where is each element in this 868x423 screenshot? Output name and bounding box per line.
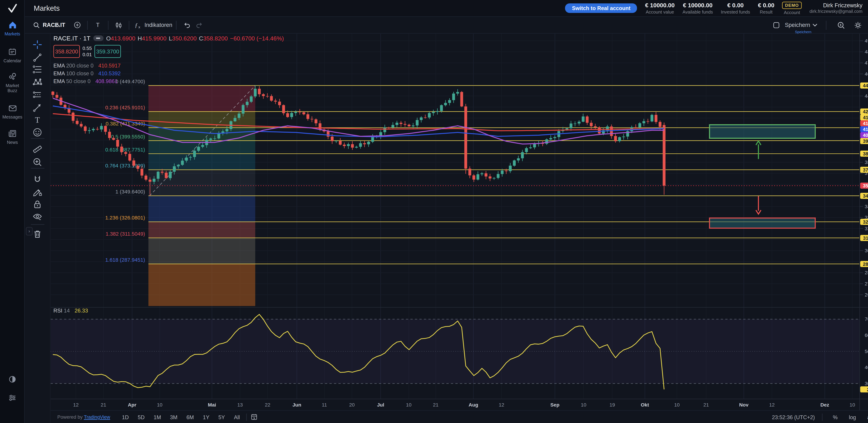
sidebar-item-calendar[interactable]: Calendar <box>0 47 25 64</box>
sidebar-item-market-buzz[interactable]: Market Buzz <box>0 72 25 93</box>
svg-text:287.9451: 287.9451 <box>863 261 868 267</box>
tool-lock-all[interactable] <box>32 199 43 210</box>
tool-magnet[interactable] <box>32 174 43 186</box>
range-all[interactable]: All <box>231 413 243 421</box>
theme-toggle-icon[interactable] <box>0 375 25 384</box>
rsi-value: 26.33 <box>75 307 88 314</box>
search-icon <box>33 21 40 29</box>
save-layout-button[interactable]: Speichern Speichern <box>785 22 817 28</box>
settings-button[interactable] <box>852 18 864 32</box>
ema-200-legend[interactable]: EMA 200 close 0 410.5917 <box>54 62 121 68</box>
tool-emoji[interactable] <box>32 127 43 138</box>
svg-text:408.9861: 408.9861 <box>863 133 868 138</box>
demo-account-badge-block: DEMO Account <box>782 1 802 15</box>
account-stat: € 10000.00 Account value <box>645 2 675 14</box>
svg-text:26.33: 26.33 <box>867 387 868 392</box>
chart-legend: RACE.IT · 1T O413.6900H415.9900L350.6200… <box>54 35 286 42</box>
ema-100-legend[interactable]: EMA 100 close 0 410.5392 <box>54 70 121 76</box>
chart-type-button[interactable] <box>113 18 125 32</box>
undo-button[interactable] <box>181 18 193 32</box>
scale-percent-button[interactable]: % <box>830 413 840 421</box>
interval-button[interactable]: T <box>92 18 104 32</box>
range-6m[interactable]: 6M <box>184 413 197 421</box>
scale-log-button[interactable]: log <box>846 413 859 421</box>
indicators-button[interactable]: ƒx Indikatoren <box>133 18 173 32</box>
price-chart-canvas[interactable]: 0 (449.4700)0.236 (425.9101)0.382 (411.3… <box>51 34 868 410</box>
tool-fib-retracement[interactable] <box>32 64 43 75</box>
ema-50-legend[interactable]: EMA 50 close 0 408.9861 <box>54 78 118 85</box>
buy-button[interactable]: 359.3700 <box>94 45 121 58</box>
svg-text:12: 12 <box>73 402 79 408</box>
svg-text:60.00: 60.00 <box>865 332 868 338</box>
svg-text:10: 10 <box>406 402 412 408</box>
range-5d[interactable]: 5D <box>135 413 147 421</box>
redo-button[interactable] <box>193 18 205 32</box>
tool-drawing-mode[interactable] <box>32 187 43 198</box>
tool-text[interactable]: T <box>32 115 43 126</box>
svg-text:399.5550: 399.5550 <box>863 138 868 144</box>
svg-text:358.8200: 358.8200 <box>863 183 868 188</box>
symbol-search-button[interactable]: RACE.IT <box>33 18 65 32</box>
svg-text:20: 20 <box>349 402 355 408</box>
gear-icon <box>854 21 863 30</box>
legend-more-pill[interactable] <box>93 35 103 41</box>
tool-remove-drawings[interactable] <box>32 229 43 240</box>
scale-auto-button[interactable]: auto <box>864 413 868 421</box>
function-fx-icon: ƒx <box>133 21 142 30</box>
svg-text:12: 12 <box>499 402 504 408</box>
svg-text:21: 21 <box>433 402 438 408</box>
tool-long-position[interactable] <box>32 89 43 101</box>
app-sidebar: Markets Calendar Market Buzz Messages Ne… <box>0 0 25 423</box>
tool-xabcd-pattern[interactable] <box>32 77 43 88</box>
layout-checkbox[interactable] <box>773 21 780 29</box>
tool-zoom-in[interactable] <box>32 157 43 168</box>
rsi-legend: RSI 14 26.33 <box>54 307 88 314</box>
go-to-date-button[interactable] <box>250 413 258 421</box>
tool-trend-line[interactable] <box>32 52 43 64</box>
tool-crosshair[interactable] <box>32 39 43 51</box>
svg-text:21: 21 <box>101 402 106 408</box>
sidebar-item-news[interactable]: News <box>0 129 25 145</box>
preferences-sliders-icon[interactable] <box>0 393 25 402</box>
svg-text:440.0000: 440.0000 <box>865 93 868 99</box>
tool-hide-drawings[interactable] <box>32 211 43 223</box>
save-label: Speichern <box>785 22 810 28</box>
svg-text:387.7751: 387.7751 <box>863 151 868 157</box>
page-title: Markets <box>34 4 60 12</box>
drawing-toolbar-collapse-button[interactable]: › <box>26 227 33 235</box>
svg-text:T: T <box>35 116 40 124</box>
quick-search-button[interactable] <box>835 18 847 32</box>
svg-text:Jun: Jun <box>292 402 301 408</box>
user-email: dirk.friczewsky@gmail.com <box>809 9 863 14</box>
sidebar-item-markets[interactable]: Markets <box>0 20 25 37</box>
plus-circle-icon <box>73 21 81 29</box>
svg-text:380.0000: 380.0000 <box>865 159 868 165</box>
chart-area[interactable]: 0 (449.4700)0.236 (425.9101)0.382 (411.3… <box>51 34 868 410</box>
range-5y[interactable]: 5Y <box>216 413 228 421</box>
sell-button[interactable]: 358.8200 <box>54 45 80 58</box>
tradingview-link[interactable]: TradingView <box>84 414 110 420</box>
svg-text:10: 10 <box>581 402 586 408</box>
range-3m[interactable]: 3M <box>167 413 180 421</box>
range-1d[interactable]: 1D <box>119 413 132 421</box>
compare-add-symbol-button[interactable] <box>71 18 83 32</box>
range-1y[interactable]: 1Y <box>200 413 212 421</box>
legend-symbol[interactable]: RACE.IT · 1T <box>54 35 90 42</box>
range-1m[interactable]: 1M <box>151 413 164 421</box>
svg-text:470.0000: 470.0000 <box>865 60 868 66</box>
clock[interactable]: 23:52:36 (UTC+2) <box>772 414 815 420</box>
svg-text:Mai: Mai <box>208 402 216 408</box>
svg-text:30.00: 30.00 <box>865 381 868 386</box>
pane-collapse-chevron[interactable] <box>55 24 60 27</box>
checkmark-logo-icon <box>5 1 20 15</box>
tool-arrow-marker[interactable] <box>32 102 43 113</box>
svg-text:260.0000: 260.0000 <box>865 292 868 298</box>
tool-ruler[interactable] <box>32 144 43 155</box>
sidebar-item-messages[interactable]: Messages <box>0 103 25 120</box>
svg-text:0.618 (387.7751): 0.618 (387.7751) <box>105 147 145 153</box>
svg-text:40.00: 40.00 <box>865 364 868 370</box>
svg-text:11: 11 <box>322 402 327 408</box>
switch-to-real-account-button[interactable]: Switch to Real account <box>565 3 637 13</box>
app-logo[interactable] <box>0 0 25 17</box>
mail-icon <box>0 103 25 113</box>
